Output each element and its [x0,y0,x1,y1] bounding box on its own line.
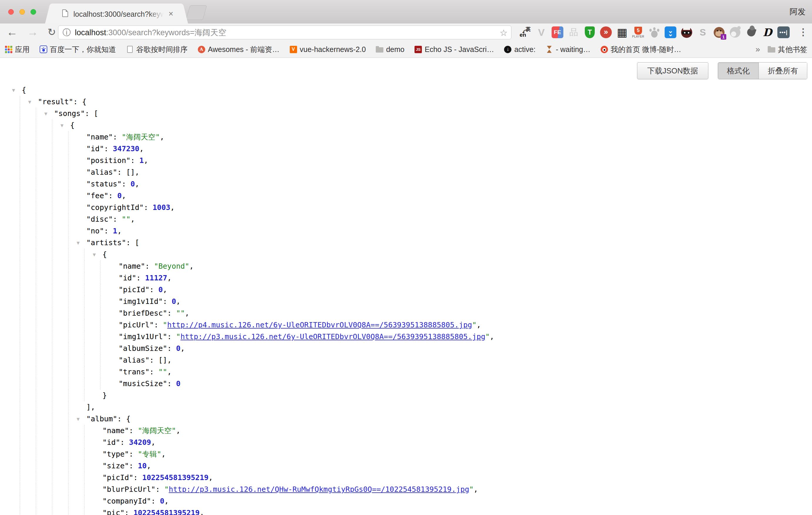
qr-code-icon[interactable]: ▦ [616,26,628,39]
indent-guide [20,249,20,260]
new-tab-button[interactable] [186,5,207,20]
download-json-button[interactable]: 下载JSON数据 [637,62,708,79]
password-dots-icon[interactable]: •••| [777,26,790,39]
indent-guide [68,460,68,472]
indent-guide [84,284,85,296]
gray-creature-icon[interactable] [729,26,741,39]
json-link[interactable]: http://p4.music.126.net/6y-UleORITEDbvrO… [167,321,472,329]
other-bookmarks-folder[interactable]: 其他书签 [768,45,807,54]
hummingbird-icon[interactable] [745,26,757,39]
vue-icon[interactable]: V [535,26,548,39]
double-chevron-icon[interactable]: ⌄⌄ [664,26,677,39]
bookmark-item[interactable]: demo [376,45,405,54]
fast-forward-icon[interactable]: » [600,26,612,39]
chrome-menu-icon[interactable]: ⋮ [799,26,808,37]
bookmark-item[interactable]: - waiting… [546,45,590,54]
indent-guide [20,401,20,413]
json-key: "name" [103,426,129,435]
json-key: "briefDesc" [119,309,167,317]
close-window-button[interactable] [8,9,14,15]
indent-guide [36,343,36,354]
indent-guide [68,272,68,284]
indent-guide [20,131,20,143]
s-icon[interactable]: S [697,26,709,39]
indent-guide [36,249,36,260]
bookmark-item[interactable]: 应用 [5,45,30,54]
address-bar[interactable]: ⓘ localhost:3000/search?keywords=海阔天空 ☆ [58,26,512,39]
json-string-value: "Beyond" [154,262,189,270]
json-string-value: "" [158,368,167,376]
bookmarks-overflow-icon[interactable]: » [755,45,760,54]
toolbar: ← → ↻ ⓘ localhost:3000/search?keywords=海… [0,24,812,41]
json-punctuation: : [121,180,130,188]
indent-guide [36,213,36,225]
maximize-window-button[interactable] [31,9,36,15]
collapse-triangle-icon[interactable]: ▼ [77,413,80,425]
json-number-value: 11127 [145,274,167,282]
bookmark-item[interactable]: AAwesomes - 前端资… [198,45,280,54]
bookmark-item[interactable]: JSEcho JS - JavaScri… [414,45,494,54]
tab-close-icon[interactable]: × [169,9,173,18]
collapse-triangle-icon[interactable]: ▼ [77,237,80,249]
json-punctuation: " [485,332,490,341]
indent-guide [68,190,68,202]
bookmark-item[interactable]: 我的首页 微博-随时… [600,45,681,54]
json-punctuation: : [129,426,138,435]
minimize-window-button[interactable] [19,9,25,15]
indent-guide [68,296,68,307]
indent-guide [52,401,52,413]
json-string-value: "海阔天空" [138,426,176,435]
json-number-value: 0 [117,192,121,200]
back-icon[interactable]: ← [6,25,18,39]
json-punctuation: , [190,262,194,270]
json-link[interactable]: http://p3.music.126.net/QHw-RuMwfQkmgtiy… [169,485,469,493]
collapse-triangle-icon[interactable]: ▼ [44,108,47,119]
blackletter-d-icon[interactable]: D [761,26,774,39]
monkey-icon[interactable]: 1 [713,26,725,39]
collapse-all-button[interactable]: 折叠所有 [759,62,807,79]
translate-icon[interactable]: 英⤺en [519,26,531,39]
bookmark-label: 我的首页 微博-随时… [611,45,681,54]
collapse-triangle-icon[interactable]: ▼ [12,84,15,96]
indent-guide [20,507,20,515]
bookmark-item[interactable]: Vvue-hackernews-2.0 [289,45,366,54]
tab-title-fade [149,9,167,19]
json-link[interactable]: http://p3.music.126.net/6y-UleORITEDbvrO… [180,332,486,341]
html5-player-icon[interactable]: 5PLAYER [632,26,644,39]
indent-guide [20,425,20,437]
bookmark-item[interactable]: 百度一下，你就知道 [40,45,116,54]
json-punctuation: : [130,156,140,165]
indent-guide [20,437,20,448]
paw-icon[interactable] [648,26,661,39]
indent-guide [84,472,85,484]
json-key: "pic" [103,509,124,515]
mask-icon[interactable] [680,26,693,39]
json-punctuation: : [149,368,158,376]
bookmark-item[interactable]: ↓active: [504,45,535,54]
bookmark-star-icon[interactable]: ☆ [500,28,508,38]
reload-icon[interactable]: ↻ [48,25,56,39]
indent-guide [84,331,85,343]
fe-icon[interactable]: FE [551,26,563,39]
json-line: "name": "海阔天空", [0,131,812,143]
indent-guide [100,343,101,354]
bookmark-item[interactable]: 谷歌按时间排序 [126,45,187,54]
indent-guide [20,472,20,484]
indent-guide [84,343,85,354]
page-info-icon[interactable]: ⓘ [62,27,71,38]
tab-localhost[interactable]: localhost:3000/search?keywor × [52,3,181,24]
format-button[interactable]: 格式化 [718,62,759,79]
indent-guide [36,131,36,143]
profile-name[interactable]: 阿发 [790,6,806,17]
indent-guide [68,155,68,167]
indent-guide [84,366,85,378]
collapse-triangle-icon[interactable]: ▼ [60,119,63,131]
sitemap-icon[interactable]: 品 [568,26,580,39]
json-line: "albumSize": 0, [0,343,812,354]
json-punctuation: : [], [117,168,139,176]
collapse-triangle-icon[interactable]: ▼ [28,96,31,108]
url-text[interactable]: localhost:3000/search?keywords=海阔天空 [75,27,226,38]
collapse-triangle-icon[interactable]: ▼ [93,249,96,260]
indent-guide [36,202,36,213]
shield-t-icon[interactable]: T [584,26,596,39]
